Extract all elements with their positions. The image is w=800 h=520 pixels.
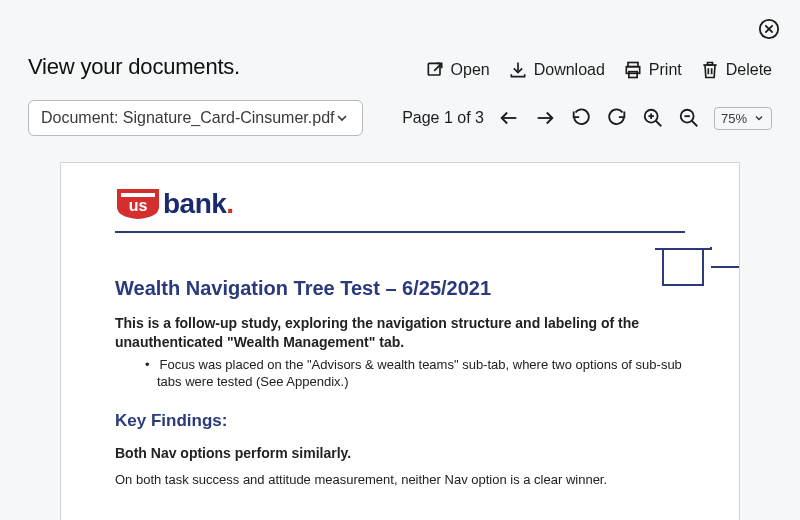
- us-shield-icon: us: [115, 187, 161, 221]
- download-button[interactable]: Download: [508, 60, 605, 80]
- document-title: Wealth Navigation Tree Test – 6/25/2021: [115, 277, 685, 300]
- chevron-down-icon: [334, 110, 350, 126]
- svg-rect-1: [428, 63, 440, 75]
- rotate-right-button[interactable]: [606, 107, 628, 129]
- header-top-row: View your documents. Open: [28, 54, 772, 80]
- open-button[interactable]: Open: [425, 60, 490, 80]
- zoom-out-button[interactable]: [678, 107, 700, 129]
- horizontal-rule: [115, 231, 685, 233]
- document-lead: This is a follow-up study, exploring the…: [115, 314, 685, 352]
- pocket-icon: [655, 247, 740, 297]
- zoom-in-icon: [642, 107, 664, 129]
- page-title: View your documents.: [28, 54, 240, 80]
- rotate-cw-icon: [606, 107, 628, 129]
- close-icon: [758, 18, 780, 40]
- chevron-down-icon: [753, 112, 765, 124]
- brand-bank-text: bank.: [163, 188, 234, 220]
- findings-lead: Both Nav options perform similarly.: [115, 445, 685, 461]
- print-label: Print: [649, 61, 682, 79]
- rotate-left-button[interactable]: [570, 107, 592, 129]
- header-second-row: Document: Signature_Card-Cinsumer.pdf Pa…: [28, 100, 772, 136]
- document-select-label: Document: Signature_Card-Cinsumer.pdf: [41, 109, 334, 127]
- arrow-right-icon: [534, 107, 556, 129]
- arrow-left-icon: [498, 107, 520, 129]
- zoom-select[interactable]: 75%: [714, 107, 772, 130]
- rotate-ccw-icon: [570, 107, 592, 129]
- open-label: Open: [451, 61, 490, 79]
- document-select[interactable]: Document: Signature_Card-Cinsumer.pdf: [28, 100, 363, 136]
- print-icon: [623, 60, 643, 80]
- actions-bar: Open Download Print: [425, 60, 772, 80]
- trash-icon: [700, 60, 720, 80]
- svg-text:us: us: [129, 197, 148, 214]
- pager-toolbar: Page 1 of 3: [402, 107, 772, 130]
- zoom-value: 75%: [721, 111, 747, 126]
- app-window: View your documents. Open: [0, 0, 800, 520]
- download-label: Download: [534, 61, 605, 79]
- delete-button[interactable]: Delete: [700, 60, 772, 80]
- open-icon: [425, 60, 445, 80]
- prev-page-button[interactable]: [498, 107, 520, 129]
- document-page: us bank. Wealth Navigation Tree Test – 6…: [61, 163, 739, 512]
- brand-logo: us bank.: [115, 187, 685, 221]
- document-viewport[interactable]: us bank. Wealth Navigation Tree Test – 6…: [60, 162, 740, 520]
- print-button[interactable]: Print: [623, 60, 682, 80]
- zoom-in-button[interactable]: [642, 107, 664, 129]
- close-button[interactable]: [758, 18, 780, 40]
- document-bullet: Focus was placed on the "Advisors & weal…: [145, 356, 685, 391]
- delete-label: Delete: [726, 61, 772, 79]
- header: View your documents. Open: [0, 0, 800, 136]
- findings-paragraph: On both task success and attitude measur…: [115, 471, 685, 489]
- download-icon: [508, 60, 528, 80]
- page-indicator: Page 1 of 3: [402, 109, 484, 127]
- next-page-button[interactable]: [534, 107, 556, 129]
- zoom-out-icon: [678, 107, 700, 129]
- findings-heading: Key Findings:: [115, 411, 685, 431]
